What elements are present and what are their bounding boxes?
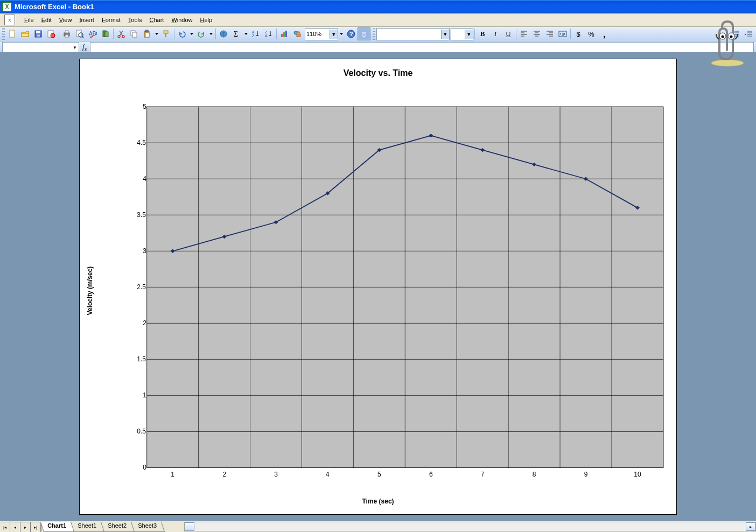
svg-rect-21 (145, 33, 149, 37)
svg-text:Σ: Σ (234, 30, 238, 38)
svg-text:a: a (562, 32, 564, 37)
align-right-icon[interactable] (543, 27, 556, 40)
svg-text:Z: Z (252, 34, 255, 38)
svg-rect-32 (285, 31, 287, 37)
svg-rect-22 (164, 31, 168, 33)
undo-icon[interactable] (176, 27, 188, 40)
menu-window[interactable]: Window (167, 15, 196, 25)
svg-text:A: A (265, 34, 268, 38)
align-left-icon[interactable] (517, 27, 530, 40)
font-combo[interactable]: ▾ (376, 28, 450, 40)
autosum-icon[interactable]: Σ (230, 27, 243, 40)
merge-center-icon[interactable]: a (556, 27, 569, 40)
svg-text:?: ? (349, 31, 353, 37)
svg-rect-23 (165, 33, 166, 37)
menu-tools[interactable]: Tools (124, 15, 146, 25)
svg-text:Z: Z (265, 30, 268, 34)
formula-bar[interactable] (90, 42, 754, 53)
print-icon[interactable] (60, 27, 73, 40)
toolbar-grip[interactable] (373, 28, 375, 40)
svg-rect-7 (65, 31, 68, 33)
permission-icon[interactable] (45, 27, 58, 40)
menu-file[interactable]: File (20, 15, 38, 25)
paste-icon[interactable] (141, 27, 153, 40)
toolbar-options-icon[interactable] (358, 27, 370, 40)
svg-rect-34 (297, 34, 300, 37)
sort-desc-icon[interactable]: ZA (262, 27, 275, 40)
spellcheck-icon[interactable]: ABC (86, 27, 99, 40)
chart-wizard-icon[interactable] (278, 27, 291, 40)
copy-icon[interactable] (128, 27, 141, 40)
redo-dropdown-icon[interactable] (208, 27, 214, 40)
fx-icon[interactable]: fx (82, 43, 87, 52)
svg-rect-31 (283, 32, 285, 37)
svg-rect-20 (145, 30, 148, 32)
name-box[interactable]: ▼ (2, 42, 79, 53)
svg-point-15 (118, 36, 120, 38)
chevron-down-icon[interactable]: ▾ (441, 30, 449, 39)
research-icon[interactable] (99, 27, 112, 40)
help-icon[interactable]: ? (345, 27, 358, 40)
svg-rect-8 (65, 35, 68, 37)
menu-chart[interactable]: Chart (145, 15, 167, 25)
redo-icon[interactable] (195, 27, 208, 40)
document-icon[interactable]: X (4, 15, 15, 25)
zoom-dropdown-icon[interactable] (338, 27, 345, 40)
zoom-value: 110% (306, 31, 321, 37)
window-title: Microsoft Excel - Book1 (15, 3, 94, 11)
drawing-icon[interactable] (291, 27, 304, 40)
svg-text:A: A (252, 30, 255, 34)
chevron-down-icon[interactable]: ▼ (73, 45, 77, 50)
svg-point-16 (122, 36, 124, 38)
percent-icon[interactable]: % (585, 27, 598, 40)
paste-dropdown-icon[interactable] (153, 27, 160, 40)
italic-icon[interactable]: I (489, 27, 502, 40)
menu-view[interactable]: View (55, 15, 76, 25)
menu-format[interactable]: Format (98, 15, 124, 25)
hyperlink-icon[interactable] (217, 27, 230, 40)
standard-toolbar: ABC Σ AZ ZA 110% ▾ ? ▾ ▾ B I U a $ % , (0, 27, 756, 41)
toolbar-grip[interactable] (2, 28, 5, 40)
svg-rect-3 (37, 34, 40, 37)
underline-icon[interactable]: U (502, 27, 515, 40)
svg-point-5 (51, 33, 55, 38)
menu-help[interactable]: Help (197, 15, 216, 25)
currency-icon[interactable]: $ (572, 27, 585, 40)
open-icon[interactable] (19, 27, 32, 40)
decrease-indent-icon[interactable] (729, 27, 742, 40)
format-painter-icon[interactable] (160, 27, 173, 40)
menubar: X FileEditViewInsertFormatToolsChartWind… (0, 13, 756, 27)
chevron-down-icon[interactable]: ▾ (330, 30, 338, 39)
print-preview-icon[interactable] (73, 27, 86, 40)
autosum-dropdown-icon[interactable] (243, 27, 249, 40)
chart-workspace: Velocity vs. Time Velocity (m/sec) 00.51… (0, 52, 756, 54)
excel-app-icon: X (2, 2, 12, 12)
sort-asc-icon[interactable]: AZ (249, 27, 262, 40)
menu-edit[interactable]: Edit (38, 15, 55, 25)
save-icon[interactable] (32, 27, 45, 40)
bold-icon[interactable]: B (476, 27, 489, 40)
new-icon[interactable] (6, 27, 19, 40)
svg-rect-30 (281, 34, 283, 37)
window-titlebar: X Microsoft Excel - Book1 (0, 0, 756, 13)
comma-icon[interactable]: , (598, 27, 611, 40)
increase-indent-icon[interactable] (742, 27, 755, 40)
svg-rect-18 (132, 32, 137, 37)
fontsize-combo[interactable]: ▾ (451, 28, 473, 40)
chevron-down-icon[interactable]: ▾ (465, 30, 473, 39)
svg-rect-14 (105, 32, 108, 37)
undo-dropdown-icon[interactable] (188, 27, 195, 40)
svg-rect-2 (36, 31, 40, 33)
cut-icon[interactable] (115, 27, 128, 40)
zoom-combo[interactable]: 110% ▾ (305, 28, 338, 40)
svg-line-11 (82, 37, 83, 38)
menu-insert[interactable]: Insert (75, 15, 98, 25)
align-center-icon[interactable] (530, 27, 543, 40)
